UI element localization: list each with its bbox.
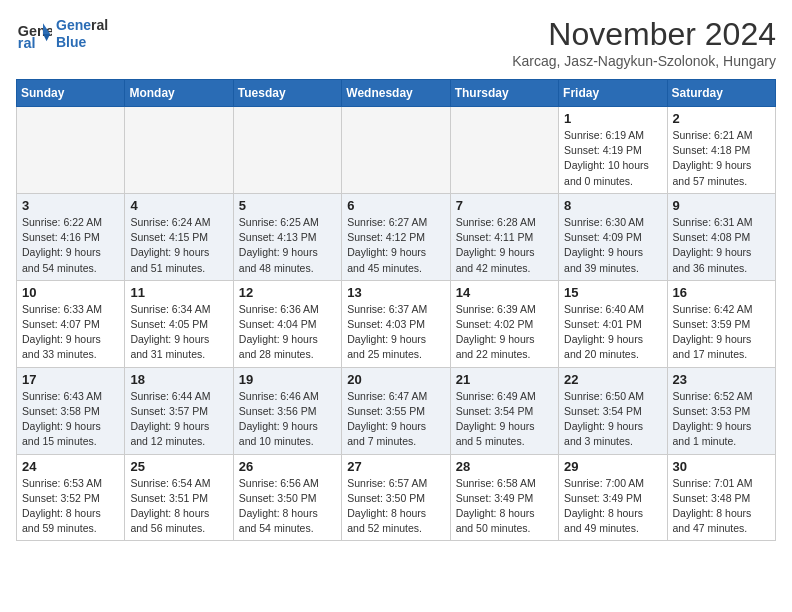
weekday-header-tuesday: Tuesday bbox=[233, 80, 341, 107]
day-info: Sunrise: 6:52 AMSunset: 3:53 PMDaylight:… bbox=[673, 389, 770, 450]
calendar-cell: 17Sunrise: 6:43 AMSunset: 3:58 PMDayligh… bbox=[17, 367, 125, 454]
day-number: 15 bbox=[564, 285, 661, 300]
calendar-cell bbox=[342, 107, 450, 194]
logo-text: General Blue bbox=[56, 17, 108, 51]
location: Karcag, Jasz-Nagykun-Szolonok, Hungary bbox=[512, 53, 776, 69]
calendar-cell: 4Sunrise: 6:24 AMSunset: 4:15 PMDaylight… bbox=[125, 193, 233, 280]
calendar-cell: 15Sunrise: 6:40 AMSunset: 4:01 PMDayligh… bbox=[559, 280, 667, 367]
day-info: Sunrise: 6:25 AMSunset: 4:13 PMDaylight:… bbox=[239, 215, 336, 276]
day-number: 12 bbox=[239, 285, 336, 300]
day-info: Sunrise: 6:57 AMSunset: 3:50 PMDaylight:… bbox=[347, 476, 444, 537]
day-info: Sunrise: 6:56 AMSunset: 3:50 PMDaylight:… bbox=[239, 476, 336, 537]
day-number: 29 bbox=[564, 459, 661, 474]
day-info: Sunrise: 6:54 AMSunset: 3:51 PMDaylight:… bbox=[130, 476, 227, 537]
weekday-header-wednesday: Wednesday bbox=[342, 80, 450, 107]
day-info: Sunrise: 6:47 AMSunset: 3:55 PMDaylight:… bbox=[347, 389, 444, 450]
calendar-cell: 12Sunrise: 6:36 AMSunset: 4:04 PMDayligh… bbox=[233, 280, 341, 367]
calendar-cell: 18Sunrise: 6:44 AMSunset: 3:57 PMDayligh… bbox=[125, 367, 233, 454]
day-info: Sunrise: 6:37 AMSunset: 4:03 PMDaylight:… bbox=[347, 302, 444, 363]
calendar-table: SundayMondayTuesdayWednesdayThursdayFrid… bbox=[16, 79, 776, 541]
calendar-cell bbox=[125, 107, 233, 194]
day-info: Sunrise: 6:43 AMSunset: 3:58 PMDaylight:… bbox=[22, 389, 119, 450]
calendar-cell: 16Sunrise: 6:42 AMSunset: 3:59 PMDayligh… bbox=[667, 280, 775, 367]
calendar-cell bbox=[233, 107, 341, 194]
calendar-cell: 24Sunrise: 6:53 AMSunset: 3:52 PMDayligh… bbox=[17, 454, 125, 541]
calendar-cell: 28Sunrise: 6:58 AMSunset: 3:49 PMDayligh… bbox=[450, 454, 558, 541]
day-info: Sunrise: 6:27 AMSunset: 4:12 PMDaylight:… bbox=[347, 215, 444, 276]
weekday-header-saturday: Saturday bbox=[667, 80, 775, 107]
day-number: 7 bbox=[456, 198, 553, 213]
day-number: 30 bbox=[673, 459, 770, 474]
calendar-cell: 27Sunrise: 6:57 AMSunset: 3:50 PMDayligh… bbox=[342, 454, 450, 541]
day-info: Sunrise: 7:00 AMSunset: 3:49 PMDaylight:… bbox=[564, 476, 661, 537]
day-number: 4 bbox=[130, 198, 227, 213]
day-number: 9 bbox=[673, 198, 770, 213]
calendar-cell: 13Sunrise: 6:37 AMSunset: 4:03 PMDayligh… bbox=[342, 280, 450, 367]
calendar-cell: 29Sunrise: 7:00 AMSunset: 3:49 PMDayligh… bbox=[559, 454, 667, 541]
day-info: Sunrise: 6:33 AMSunset: 4:07 PMDaylight:… bbox=[22, 302, 119, 363]
day-info: Sunrise: 6:34 AMSunset: 4:05 PMDaylight:… bbox=[130, 302, 227, 363]
day-number: 23 bbox=[673, 372, 770, 387]
calendar-cell: 26Sunrise: 6:56 AMSunset: 3:50 PMDayligh… bbox=[233, 454, 341, 541]
logo: Gene ral General Blue bbox=[16, 16, 108, 52]
day-number: 18 bbox=[130, 372, 227, 387]
day-info: Sunrise: 6:22 AMSunset: 4:16 PMDaylight:… bbox=[22, 215, 119, 276]
day-info: Sunrise: 7:01 AMSunset: 3:48 PMDaylight:… bbox=[673, 476, 770, 537]
calendar-cell bbox=[17, 107, 125, 194]
day-info: Sunrise: 6:39 AMSunset: 4:02 PMDaylight:… bbox=[456, 302, 553, 363]
calendar-cell: 8Sunrise: 6:30 AMSunset: 4:09 PMDaylight… bbox=[559, 193, 667, 280]
day-info: Sunrise: 6:53 AMSunset: 3:52 PMDaylight:… bbox=[22, 476, 119, 537]
weekday-header-monday: Monday bbox=[125, 80, 233, 107]
day-info: Sunrise: 6:40 AMSunset: 4:01 PMDaylight:… bbox=[564, 302, 661, 363]
calendar-cell: 2Sunrise: 6:21 AMSunset: 4:18 PMDaylight… bbox=[667, 107, 775, 194]
calendar-cell: 10Sunrise: 6:33 AMSunset: 4:07 PMDayligh… bbox=[17, 280, 125, 367]
day-number: 6 bbox=[347, 198, 444, 213]
day-number: 28 bbox=[456, 459, 553, 474]
day-number: 26 bbox=[239, 459, 336, 474]
day-info: Sunrise: 6:49 AMSunset: 3:54 PMDaylight:… bbox=[456, 389, 553, 450]
calendar-cell: 14Sunrise: 6:39 AMSunset: 4:02 PMDayligh… bbox=[450, 280, 558, 367]
day-number: 21 bbox=[456, 372, 553, 387]
calendar-cell: 22Sunrise: 6:50 AMSunset: 3:54 PMDayligh… bbox=[559, 367, 667, 454]
day-number: 24 bbox=[22, 459, 119, 474]
day-number: 14 bbox=[456, 285, 553, 300]
day-number: 25 bbox=[130, 459, 227, 474]
day-info: Sunrise: 6:21 AMSunset: 4:18 PMDaylight:… bbox=[673, 128, 770, 189]
day-number: 19 bbox=[239, 372, 336, 387]
title-area: November 2024 Karcag, Jasz-Nagykun-Szolo… bbox=[512, 16, 776, 69]
day-number: 27 bbox=[347, 459, 444, 474]
calendar-cell: 11Sunrise: 6:34 AMSunset: 4:05 PMDayligh… bbox=[125, 280, 233, 367]
calendar-cell: 30Sunrise: 7:01 AMSunset: 3:48 PMDayligh… bbox=[667, 454, 775, 541]
calendar-cell: 5Sunrise: 6:25 AMSunset: 4:13 PMDaylight… bbox=[233, 193, 341, 280]
day-number: 13 bbox=[347, 285, 444, 300]
day-info: Sunrise: 6:31 AMSunset: 4:08 PMDaylight:… bbox=[673, 215, 770, 276]
day-number: 5 bbox=[239, 198, 336, 213]
day-info: Sunrise: 6:28 AMSunset: 4:11 PMDaylight:… bbox=[456, 215, 553, 276]
weekday-header-friday: Friday bbox=[559, 80, 667, 107]
month-title: November 2024 bbox=[512, 16, 776, 53]
day-info: Sunrise: 6:36 AMSunset: 4:04 PMDaylight:… bbox=[239, 302, 336, 363]
calendar-cell: 9Sunrise: 6:31 AMSunset: 4:08 PMDaylight… bbox=[667, 193, 775, 280]
calendar-cell: 23Sunrise: 6:52 AMSunset: 3:53 PMDayligh… bbox=[667, 367, 775, 454]
page-header: Gene ral General Blue November 2024 Karc… bbox=[16, 16, 776, 69]
calendar-cell: 3Sunrise: 6:22 AMSunset: 4:16 PMDaylight… bbox=[17, 193, 125, 280]
calendar-cell: 21Sunrise: 6:49 AMSunset: 3:54 PMDayligh… bbox=[450, 367, 558, 454]
calendar-cell: 7Sunrise: 6:28 AMSunset: 4:11 PMDaylight… bbox=[450, 193, 558, 280]
logo-icon: Gene ral bbox=[16, 16, 52, 52]
day-number: 10 bbox=[22, 285, 119, 300]
day-info: Sunrise: 6:58 AMSunset: 3:49 PMDaylight:… bbox=[456, 476, 553, 537]
calendar-cell: 19Sunrise: 6:46 AMSunset: 3:56 PMDayligh… bbox=[233, 367, 341, 454]
day-info: Sunrise: 6:50 AMSunset: 3:54 PMDaylight:… bbox=[564, 389, 661, 450]
day-info: Sunrise: 6:46 AMSunset: 3:56 PMDaylight:… bbox=[239, 389, 336, 450]
calendar-cell bbox=[450, 107, 558, 194]
day-info: Sunrise: 6:24 AMSunset: 4:15 PMDaylight:… bbox=[130, 215, 227, 276]
day-info: Sunrise: 6:44 AMSunset: 3:57 PMDaylight:… bbox=[130, 389, 227, 450]
day-number: 3 bbox=[22, 198, 119, 213]
day-number: 16 bbox=[673, 285, 770, 300]
day-info: Sunrise: 6:30 AMSunset: 4:09 PMDaylight:… bbox=[564, 215, 661, 276]
weekday-header-thursday: Thursday bbox=[450, 80, 558, 107]
svg-text:ral: ral bbox=[18, 35, 36, 51]
calendar-cell: 1Sunrise: 6:19 AMSunset: 4:19 PMDaylight… bbox=[559, 107, 667, 194]
weekday-header-sunday: Sunday bbox=[17, 80, 125, 107]
day-number: 17 bbox=[22, 372, 119, 387]
